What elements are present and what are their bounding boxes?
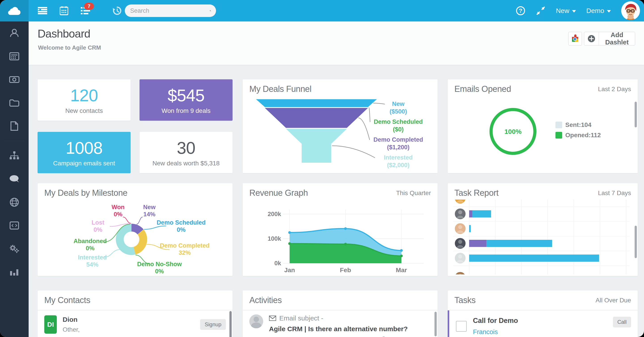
tasks-icon[interactable]: 7 — [80, 6, 90, 16]
calendar-icon[interactable] — [59, 6, 69, 16]
scrollbar-thumb[interactable] — [634, 102, 637, 127]
panel-title: Emails Opened — [454, 84, 511, 94]
scrollbar-thumb[interactable] — [230, 311, 232, 337]
browser-extension-button[interactable] — [568, 32, 582, 45]
svg-text:0%: 0% — [155, 268, 164, 275]
envelope-icon — [269, 316, 276, 321]
fullscreen-icon[interactable] — [536, 6, 546, 16]
task-tag[interactable]: Call — [613, 317, 631, 328]
globe-icon — [10, 198, 19, 207]
stat-label: New contacts — [65, 107, 103, 114]
task-content: Call for Demo Francois — [473, 317, 607, 336]
panel-title: Task Report — [454, 188, 498, 198]
panel-title: Tasks — [454, 296, 476, 305]
svg-text:Sent:104: Sent:104 — [565, 121, 592, 128]
deals-milestone-chart: Won0%New14%Demo Scheduled0%Demo Complete… — [44, 200, 226, 275]
stat-card-won-deals[interactable]: $545 Won from 9 deals — [140, 79, 232, 121]
sidebar-item-companies[interactable] — [0, 45, 28, 68]
svg-text:Interested: Interested — [384, 154, 412, 161]
stat-card-new-contacts[interactable]: 120 New contacts — [38, 79, 130, 121]
table-icon — [10, 52, 19, 60]
scrollbar-thumb[interactable] — [434, 312, 437, 336]
notifications-badge[interactable]: 7 — [84, 3, 94, 10]
tasks-panel: Tasks All Over Due Call for Demo Francoi… — [448, 291, 638, 337]
stat-card-new-deals[interactable]: 30 New deals worth $5,318 — [140, 132, 232, 173]
user-avatar[interactable] — [621, 1, 640, 20]
sidebar-item-chat[interactable] — [0, 167, 28, 191]
deals-funnel-chart: New($500)Demo Scheduled($0)Demo Complete… — [249, 96, 431, 169]
svg-text:200k: 200k — [268, 211, 281, 217]
svg-text:100k: 100k — [268, 235, 281, 242]
contact-tag[interactable]: Signup — [200, 319, 226, 330]
svg-text:Opened:112: Opened:112 — [565, 132, 601, 139]
bar-chart-icon — [10, 268, 19, 276]
new-menu[interactable]: New — [556, 7, 576, 14]
deals-milestone-panel: My Deals by Milestone Won0%New14%Demo Sc… — [38, 183, 232, 276]
sidebar-item-forms[interactable] — [0, 214, 28, 237]
svg-text:0k: 0k — [274, 260, 281, 267]
scrollbar-thumb[interactable] — [634, 226, 637, 258]
sidebar — [0, 21, 28, 337]
help-icon[interactable]: ? — [516, 6, 526, 16]
panel-meta: Last 7 Days — [598, 190, 631, 197]
svg-text:Demo Completed: Demo Completed — [160, 242, 210, 249]
app-logo[interactable] — [0, 0, 28, 21]
sidebar-item-reports[interactable] — [0, 260, 28, 284]
search-icon[interactable] — [210, 7, 211, 14]
svg-text:0%: 0% — [86, 245, 94, 252]
activity-time: 11 minutes ago — [389, 336, 431, 337]
svg-text:Jan: Jan — [284, 267, 295, 274]
svg-text:32%: 32% — [179, 249, 191, 256]
add-dashlet-button[interactable]: Add Dashlet — [584, 32, 635, 45]
search-input[interactable] — [130, 7, 210, 14]
stat-label: Won from 9 deals — [162, 107, 211, 114]
folder-icon — [10, 99, 19, 107]
contact-row[interactable]: DI Dion Other, Signup — [38, 311, 232, 337]
sidebar-item-notes[interactable] — [0, 114, 28, 138]
panel-title: My Deals Funnel — [249, 84, 312, 94]
sidebar-item-web-rules[interactable] — [0, 191, 28, 214]
deals-funnel-panel: My Deals Funnel New($500)Demo Scheduled(… — [242, 79, 438, 173]
panel-meta: This Quarter — [396, 190, 431, 197]
svg-text:?: ? — [519, 7, 522, 14]
svg-text:Feb: Feb — [340, 267, 351, 274]
panel-title: Activities — [249, 296, 282, 305]
task-item[interactable]: Call for Demo Francois Call — [448, 311, 638, 337]
sidebar-item-contacts[interactable] — [0, 21, 28, 45]
panel-title: Revenue Graph — [249, 188, 308, 198]
topbar: 7 ? — [0, 0, 644, 21]
sidebar-item-settings[interactable] — [0, 237, 28, 260]
activity-row[interactable]: Email subject - Agile CRM | Is there an … — [242, 311, 438, 337]
svg-text:New: New — [392, 101, 405, 107]
new-menu-label: New — [556, 7, 569, 14]
page-title: Dashboard — [38, 27, 90, 40]
search-bar[interactable] — [125, 4, 216, 17]
task-checkbox[interactable] — [456, 321, 467, 332]
svg-text:New: New — [143, 204, 156, 211]
activity-content: Email subject - Agile CRM | Is there an … — [269, 315, 431, 337]
account-menu-label: Demo — [586, 7, 604, 14]
history-icon[interactable] — [112, 6, 122, 16]
main-menu-icon[interactable] — [38, 6, 48, 16]
svg-text:($500): ($500) — [390, 108, 407, 115]
plus-circle-icon — [584, 32, 599, 45]
activity-subject[interactable]: Agile CRM | Is there an alternative numb… — [269, 325, 408, 333]
stat-card-campaign-emails[interactable]: 1008 Campaign emails sent — [38, 132, 130, 173]
stat-label: New deals worth $5,318 — [152, 160, 220, 167]
svg-text:($1,200): ($1,200) — [387, 144, 410, 151]
task-contact-link[interactable]: Francois — [473, 328, 607, 336]
sidebar-item-deals[interactable] — [0, 68, 28, 91]
account-menu[interactable]: Demo — [586, 7, 611, 14]
code-file-icon — [10, 222, 19, 230]
sidebar-item-documents[interactable] — [0, 91, 28, 114]
page-subtitle: Welcome to Agile CRM — [38, 44, 101, 51]
sidebar-item-workflows[interactable] — [0, 144, 28, 167]
stat-value: 1008 — [66, 138, 102, 158]
topbar-icon-group: 7 — [38, 0, 122, 21]
svg-text:100%: 100% — [504, 128, 522, 135]
chat-bubble-icon — [9, 175, 20, 183]
task-report-panel: Task Report Last 7 Days — [448, 183, 638, 276]
sitemap-icon — [10, 151, 19, 160]
stat-value: 30 — [177, 138, 196, 158]
contact-name[interactable]: Dion — [62, 316, 80, 323]
